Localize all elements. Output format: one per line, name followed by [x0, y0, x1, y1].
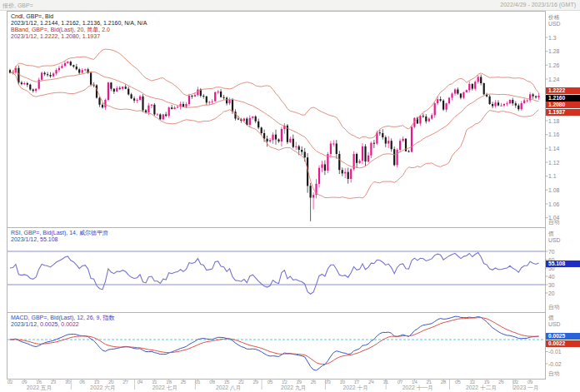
macd-axis-unit: USD — [548, 321, 560, 328]
macd-value-box: 0.0025 — [546, 333, 580, 340]
macd-tick-label: -0.02 — [548, 361, 562, 367]
last-price-box: 1.2160 — [546, 95, 580, 102]
rsi-value-box: 55.108 — [546, 261, 580, 267]
macd-signal-value-box: 0.0022 — [546, 340, 580, 347]
week-tick-label: 27 — [122, 380, 128, 385]
price-tick-label: 1.3 — [548, 35, 556, 41]
rsi-legend-values: 2023/1/12, 55.108 — [11, 236, 58, 243]
macd-legend-series[interactable]: MACD, GBP=, Bid(Last), 12, 26, 9, 指数 — [11, 315, 114, 321]
price-tick-label: 1.26 — [548, 62, 559, 68]
month-label: 2022 七月 — [152, 385, 178, 391]
month-label: 2022 六月 — [90, 385, 116, 391]
price-axis-unit: USD — [548, 21, 560, 27]
macd-axis-auto[interactable]: 自动 — [548, 370, 560, 377]
week-tick-label: 05 — [455, 380, 461, 385]
bband-upper-price-box: 1.2222 — [546, 87, 580, 94]
week-tick-label: 01 — [195, 380, 201, 385]
week-tick-label: 25 — [181, 380, 187, 385]
price-tick-label: 1.06 — [548, 201, 559, 207]
week-tick-label: 03 — [325, 380, 331, 385]
week-tick-label: 28 — [441, 380, 447, 385]
month-label: 2022 九月 — [281, 385, 307, 391]
price-tick-label: 1.14 — [548, 146, 559, 151]
price-tick-label: 1.08 — [548, 187, 559, 193]
price-tick-label: 1.1 — [548, 173, 556, 179]
price-axis-title[interactable]: 价格 — [548, 14, 560, 21]
month-label: 2022 五月 — [27, 385, 52, 391]
month-label: 2022 十二月 — [466, 385, 497, 391]
week-tick-label: 30 — [65, 380, 71, 385]
bband-legend-values: 2023/1/12, 1.2222, 1.2080, 1.1937 — [11, 33, 100, 40]
week-tick-label: 24 — [368, 380, 374, 385]
bband-mid-price-box: 1.2080 — [546, 102, 580, 108]
chart-window: 报价, GBP= 2022/4/29 - 2023/1/16 (GMT) 1.3… — [0, 0, 580, 392]
week-tick-label: 26 — [311, 380, 317, 385]
bband-lower-price-box: 1.1937 — [546, 109, 580, 116]
price-tick-label: 1.16 — [548, 131, 559, 137]
month-label: 2022 八月 — [216, 385, 242, 391]
chart-canvas[interactable] — [0, 0, 580, 392]
rsi-tick-label: 40 — [548, 274, 555, 280]
price-tick-label: 1.24 — [548, 77, 559, 82]
price-tick-label: 1.28 — [548, 48, 559, 54]
candle-legend-values: 2023/1/12, 1.2144, 1.2162, 1.2136, 1.216… — [11, 20, 147, 27]
rsi-tick-label: 30 — [548, 282, 555, 288]
week-tick-label: 08 — [209, 380, 215, 385]
week-tick-label: 06 — [79, 380, 85, 385]
rsi-tick-label: 20 — [548, 290, 555, 296]
week-tick-label: 05 — [268, 380, 273, 385]
price-tick-label: 1.18 — [548, 118, 559, 124]
macd-value-signal: 0.0022 — [61, 321, 78, 327]
price-tick-label: 1.12 — [548, 160, 559, 166]
candle-legend-series[interactable]: Cndl, GBP=, Bid — [11, 13, 53, 20]
rsi-legend-series[interactable]: RSI, GBP=, Bid(Last), 14, 威尔德平滑 — [11, 230, 108, 236]
rsi-axis-auto[interactable]: 自动 — [548, 304, 560, 310]
price-axis-auto[interactable]: 自动 — [548, 219, 560, 226]
week-tick-label: 31 — [382, 380, 388, 385]
rsi-axis-title[interactable]: 值 — [548, 231, 554, 237]
month-label: 2022 十一月 — [402, 385, 433, 391]
week-tick-label: 02 — [8, 380, 13, 385]
macd-value-main: 2023/1/12, 0.0025, — [11, 321, 59, 327]
macd-tick-label: -0.01 — [548, 349, 562, 355]
week-tick-label: 04 — [138, 380, 143, 385]
rsi-axis-unit: USD — [548, 237, 560, 244]
macd-axis-title[interactable]: 值 — [548, 315, 554, 321]
bband-legend-series[interactable]: BBand, GBP=, Bid(Last), 20, 简单, 2.0 — [11, 27, 110, 33]
month-label: 2023 一月 — [513, 385, 539, 391]
rsi-tick-label: 70 — [548, 249, 555, 255]
week-tick-label: 29 — [252, 380, 258, 385]
month-label: 2022 十月 — [343, 385, 369, 391]
week-tick-label: 26 — [498, 380, 504, 385]
macd-legend-values: 2023/1/12, 0.0025, 0.0022 — [11, 321, 79, 328]
